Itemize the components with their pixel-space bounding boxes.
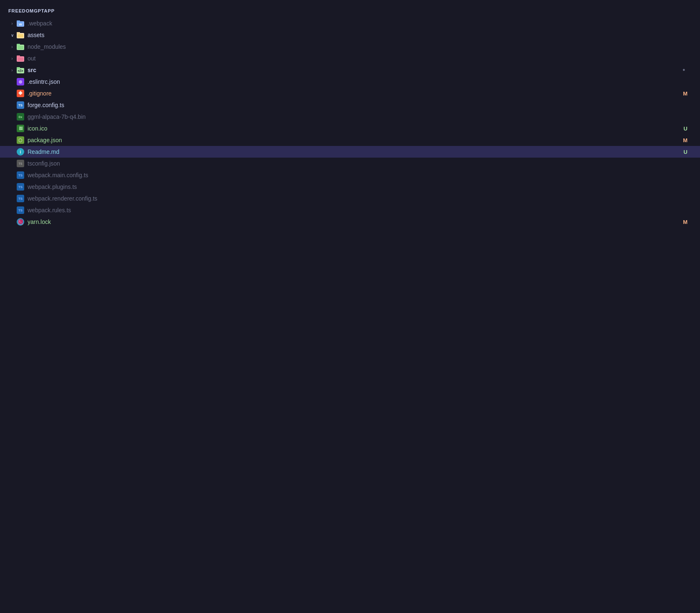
item-label-assets: assets: [28, 32, 695, 38]
item-label-webpack-plugins: webpack.plugins.ts: [28, 183, 695, 190]
folder-icon-assets: [16, 30, 25, 40]
svg-rect-5: [17, 32, 20, 34]
item-label-node-modules: node_modules: [28, 43, 695, 50]
folder-icon-src: </>: [16, 65, 25, 75]
explorer-title: FREEDOMGPTAPP: [0, 5, 700, 18]
tree-item-webpack[interactable]: › W .webpack: [0, 18, 700, 29]
item-label-src: src: [28, 67, 682, 73]
folder-icon-out: [16, 54, 25, 63]
file-explorer: FREEDOMGPTAPP › W .webpack ∨ assets: [0, 0, 700, 613]
tree-item-assets[interactable]: ∨ assets: [0, 29, 700, 41]
gitignore-badge: M: [683, 90, 695, 97]
tree-item-webpack-main[interactable]: › TS webpack.main.config.ts: [0, 169, 700, 181]
item-label-webpack-main: webpack.main.config.ts: [28, 172, 695, 178]
tree-item-src[interactable]: › </> src •: [0, 64, 700, 76]
file-icon-ico: 🖼: [16, 124, 25, 133]
tree-item-package-json[interactable]: › ⬡ package.json M: [0, 134, 700, 146]
tree-item-webpack-rules[interactable]: › TS webpack.rules.ts: [0, 204, 700, 216]
item-label-tsconfig: tsconfig.json: [28, 160, 695, 167]
file-icon-webpack-renderer: TS: [16, 194, 25, 203]
item-label-forge-config: forge.config.ts: [28, 102, 695, 108]
item-label-ggml: ggml-alpaca-7b-q4.bin: [28, 113, 695, 120]
icon-badge: U: [684, 126, 695, 132]
file-icon-git: [16, 89, 25, 98]
arrow-icon: ›: [8, 68, 16, 73]
readme-badge: U: [684, 149, 695, 155]
tree-item-webpack-plugins[interactable]: › TS webpack.plugins.ts: [0, 181, 700, 193]
yarn-lock-badge: M: [683, 219, 695, 225]
tree-item-webpack-renderer[interactable]: › TS webpack.renderer.config.ts: [0, 193, 700, 204]
item-label-eslintrc: .eslintrc.json: [28, 78, 695, 85]
tree-item-yarn-lock[interactable]: › 🧶 yarn.lock M: [0, 216, 700, 228]
package-json-badge: M: [683, 137, 695, 143]
svg-rect-6: [18, 34, 23, 38]
svg-rect-12: [18, 58, 23, 61]
file-icon-webpack-main: TS: [16, 171, 25, 180]
folder-icon-webpack: W: [16, 19, 25, 28]
file-icon-eslint: ◎: [16, 77, 25, 86]
tree-item-ggml[interactable]: › 0x ggml-alpaca-7b-q4.bin: [0, 111, 700, 123]
item-label-gitignore: .gitignore: [28, 90, 683, 97]
arrow-icon-expanded: ∨: [8, 33, 16, 38]
svg-text:⬡: ⬡: [18, 138, 23, 143]
svg-text:W: W: [19, 23, 22, 26]
tree-item-node-modules[interactable]: › node_modules: [0, 41, 700, 53]
svg-rect-8: [17, 44, 20, 45]
tree-item-gitignore[interactable]: › .gitignore M: [0, 88, 700, 99]
file-icon-webpack-plugins: TS: [16, 182, 25, 191]
svg-text:🧶: 🧶: [18, 219, 24, 225]
tree-item-forge-config[interactable]: › TS forge.config.ts: [0, 99, 700, 111]
file-icon-yarn: 🧶: [16, 217, 25, 226]
file-icon-readme: i: [16, 147, 25, 156]
item-label-readme: Readme.md: [28, 148, 684, 155]
tree-item-tsconfig[interactable]: › TS tsconfig.json: [0, 158, 700, 169]
arrow-icon: ›: [8, 21, 16, 26]
arrow-icon: ›: [8, 56, 16, 61]
item-label-package-json: package.json: [28, 137, 683, 143]
item-label-webpack-rules: webpack.rules.ts: [28, 207, 695, 214]
file-icon-webpack-rules: TS: [16, 206, 25, 215]
arrow-icon: ›: [8, 45, 16, 49]
file-icon-package-json: ⬡: [16, 136, 25, 145]
file-icon-bin: 0x: [16, 112, 25, 121]
item-label-webpack-renderer: webpack.renderer.config.ts: [28, 195, 695, 202]
item-label-webpack: .webpack: [28, 20, 695, 27]
tree-item-readme[interactable]: › i Readme.md U: [0, 146, 700, 158]
folder-icon-node: [16, 42, 25, 51]
tree-item-icon[interactable]: › 🖼 icon.ico U: [0, 123, 700, 134]
tree-item-eslintrc[interactable]: › ◎ .eslintrc.json: [0, 76, 700, 88]
file-icon-tsconfig: TS: [16, 159, 25, 168]
item-label-out: out: [28, 55, 695, 62]
src-dot-badge: •: [682, 66, 695, 74]
svg-rect-11: [17, 55, 20, 57]
svg-rect-9: [18, 46, 23, 49]
item-label-icon: icon.ico: [28, 125, 684, 132]
file-icon-ts: TS: [16, 100, 25, 110]
svg-text:</>: </>: [18, 69, 23, 73]
item-label-yarn-lock: yarn.lock: [28, 219, 683, 225]
tree-item-out[interactable]: › out: [0, 53, 700, 64]
